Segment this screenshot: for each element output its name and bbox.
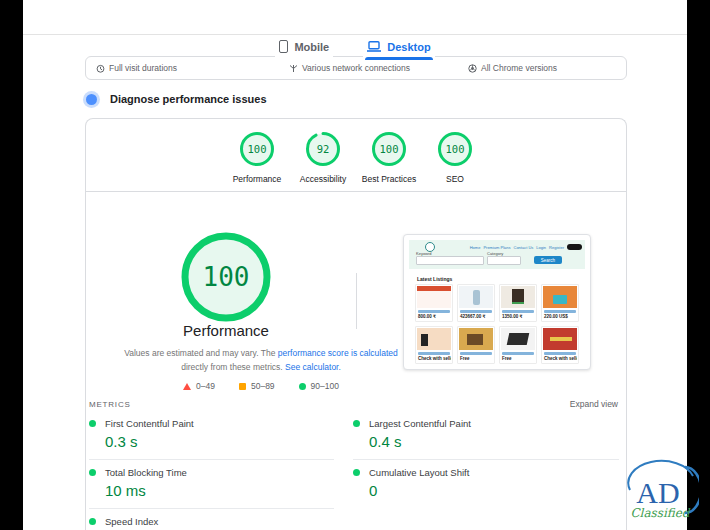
clock-icon bbox=[96, 64, 105, 73]
score-label: Best Practices bbox=[362, 174, 416, 184]
see-calculator-link[interactable]: See calculator. bbox=[285, 362, 341, 372]
left-letterbox-bar bbox=[0, 0, 23, 530]
performance-gauge: 100 bbox=[178, 229, 274, 325]
metric-pass-dot bbox=[353, 469, 360, 476]
diagnose-toggle[interactable] bbox=[86, 94, 97, 105]
score-gauge: 100 bbox=[371, 131, 407, 167]
mini-listing-card: Free bbox=[457, 326, 495, 364]
svg-text:100: 100 bbox=[203, 262, 250, 292]
category-scores: 100 Performance 92 Accessibility 100 Be bbox=[86, 131, 626, 184]
mini-site-nav: Home Premium Plans Contact Us Login Regi… bbox=[470, 244, 582, 250]
legend-average: 50–89 bbox=[239, 381, 275, 391]
mini-nav-link: Login bbox=[536, 245, 546, 250]
mini-keyword-input bbox=[416, 256, 484, 265]
mini-nav-link: Register bbox=[549, 245, 564, 250]
pagespeed-report: Mobile Desktop Full visit durations Vari… bbox=[0, 0, 710, 530]
metric-value: 10 ms bbox=[105, 482, 334, 499]
laptop-icon bbox=[367, 41, 381, 52]
mini-search-button: Search bbox=[534, 256, 562, 264]
tab-bar-divider bbox=[23, 34, 687, 35]
disclaimer-text: Values are estimated and may vary. The bbox=[124, 348, 278, 358]
metric-cumulative-layout-shift: Cumulative Layout Shift 0 bbox=[353, 460, 619, 508]
metrics-section-title: METRICS bbox=[89, 400, 131, 409]
diagnose-row: Diagnose performance issues bbox=[86, 93, 267, 105]
env-item-label: All Chrome versions bbox=[481, 63, 557, 73]
average-square-icon bbox=[239, 383, 246, 390]
score-best-practices[interactable]: 100 Best Practices bbox=[356, 131, 422, 184]
metric-pass-dot bbox=[89, 420, 96, 427]
mini-site: Home Premium Plans Contact Us Login Regi… bbox=[409, 240, 585, 364]
diagnose-label: Diagnose performance issues bbox=[110, 93, 267, 105]
score-legend: 0–49 50–89 90–100 bbox=[91, 381, 431, 391]
right-letterbox-bar bbox=[687, 0, 710, 530]
mini-listing-card: Free bbox=[499, 326, 537, 364]
mini-listing-card: 800.00 ₹ bbox=[415, 284, 453, 322]
mini-category-select bbox=[487, 256, 521, 265]
metric-value: 0.4 s bbox=[369, 433, 619, 450]
mini-listing-card: Check with seller bbox=[541, 326, 579, 364]
report-card: 100 Performance 92 Accessibility 100 Be bbox=[85, 118, 627, 530]
svg-text:100: 100 bbox=[380, 143, 399, 155]
metric-name: Speed Index bbox=[105, 516, 158, 527]
performance-gauge-title: Performance bbox=[136, 322, 316, 339]
divider bbox=[86, 191, 626, 192]
metric-speed-index: Speed Index 0.7 s bbox=[89, 509, 334, 530]
divider bbox=[356, 273, 357, 329]
metrics-column-right: Largest Contentful Paint 0.4 s Cumulativ… bbox=[353, 411, 619, 508]
network-icon bbox=[289, 64, 298, 73]
legend-range: 50–89 bbox=[251, 381, 275, 391]
legend-range: 0–49 bbox=[196, 381, 215, 391]
score-performance[interactable]: 100 Performance bbox=[224, 131, 290, 184]
score-gauge: 92 bbox=[305, 131, 341, 167]
metric-name: Cumulative Layout Shift bbox=[369, 467, 469, 478]
fail-triangle-icon bbox=[183, 383, 191, 390]
score-label: SEO bbox=[446, 174, 464, 184]
mini-listing-card: 423667.00 ₹ bbox=[457, 284, 495, 322]
pass-circle-icon bbox=[299, 383, 306, 390]
phone-icon bbox=[279, 40, 288, 53]
mini-nav-link: Contact Us bbox=[514, 245, 534, 250]
svg-text:100: 100 bbox=[446, 143, 465, 155]
score-seo[interactable]: 100 SEO bbox=[422, 131, 488, 184]
metric-pass-dot bbox=[89, 518, 96, 525]
svg-text:92: 92 bbox=[317, 143, 330, 155]
svg-text:AD: AD bbox=[636, 476, 679, 509]
expand-view-button[interactable]: Expand view bbox=[570, 399, 618, 409]
legend-pass: 90–100 bbox=[299, 381, 339, 391]
mini-listings-grid: 800.00 ₹ 423667.00 ₹ 1350.00 ₹ 220.00 US… bbox=[415, 284, 579, 364]
score-gauge: 100 bbox=[437, 131, 473, 167]
tab-desktop-label: Desktop bbox=[387, 41, 430, 53]
env-item-label: Various network connections bbox=[302, 63, 410, 73]
mini-listing-card: Check with seller bbox=[415, 326, 453, 364]
device-tabs: Mobile Desktop bbox=[23, 38, 687, 60]
legend-fail: 0–49 bbox=[183, 381, 215, 391]
score-label: Accessibility bbox=[300, 174, 346, 184]
metric-first-contentful-paint: First Contentful Paint 0.3 s bbox=[89, 411, 334, 460]
svg-text:Classified: Classified bbox=[630, 506, 690, 520]
score-label: Performance bbox=[233, 174, 282, 184]
env-item-network: Various network connections bbox=[289, 57, 410, 79]
final-screenshot-thumbnail[interactable]: Home Premium Plans Contact Us Login Regi… bbox=[403, 234, 591, 370]
score-calculation-link[interactable]: performance score is calculated bbox=[278, 348, 398, 358]
env-item-label: Full visit durations bbox=[109, 63, 177, 73]
tab-desktop[interactable]: Desktop bbox=[363, 38, 434, 60]
legend-range: 90–100 bbox=[311, 381, 339, 391]
metrics-column-left: First Contentful Paint 0.3 s Total Block… bbox=[89, 411, 334, 530]
metric-name: Total Blocking Time bbox=[105, 467, 187, 478]
disclaimer-text: directly from these metrics. bbox=[181, 362, 285, 372]
tab-mobile[interactable]: Mobile bbox=[275, 38, 333, 60]
chrome-icon bbox=[468, 64, 477, 73]
svg-text:100: 100 bbox=[248, 143, 267, 155]
metric-value: 0 bbox=[369, 482, 619, 499]
score-disclaimer: Values are estimated and may vary. The p… bbox=[91, 347, 431, 374]
mini-listing-card: 220.00 US$ bbox=[541, 284, 579, 322]
env-item-durations: Full visit durations bbox=[96, 57, 177, 79]
mini-listings-heading: Latest Listings bbox=[417, 276, 452, 282]
mini-nav-link: Premium Plans bbox=[483, 245, 510, 250]
mini-nav-cta-button bbox=[567, 244, 582, 250]
mini-listing-card: 1350.00 ₹ bbox=[499, 284, 537, 322]
tab-mobile-label: Mobile bbox=[294, 41, 329, 53]
metric-pass-dot bbox=[89, 469, 96, 476]
score-accessibility[interactable]: 92 Accessibility bbox=[290, 131, 356, 184]
env-item-chrome: All Chrome versions bbox=[468, 57, 557, 79]
